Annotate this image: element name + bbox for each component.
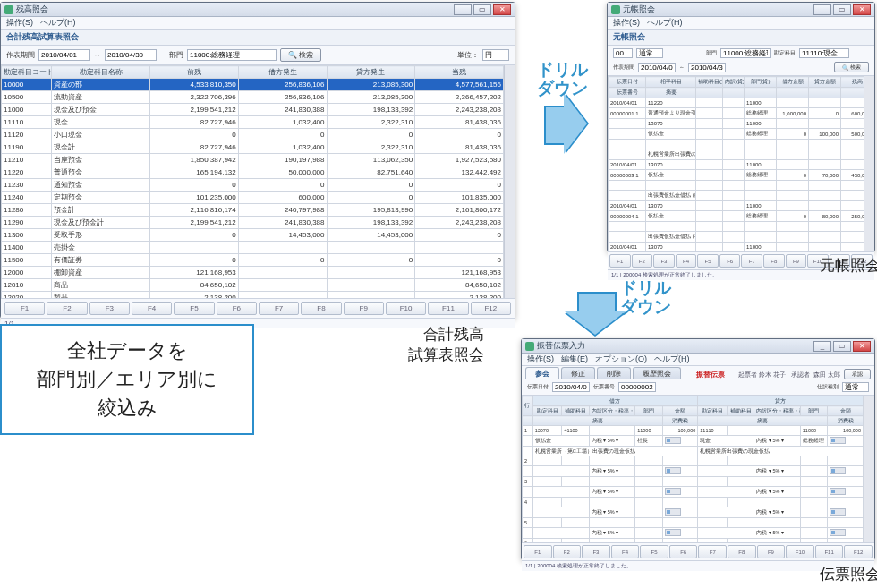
ledger-row[interactable]: 札幌営業所出張費の現金仮払 [609,149,864,160]
tab-edit[interactable]: 修正 [561,367,595,379]
fkey-F12[interactable]: F12 [471,302,511,315]
fkey-F6[interactable]: F6 [217,302,257,315]
table-row[interactable]: 11110現金82,727,9461,032,4002,322,31081,43… [2,116,504,129]
slip-row[interactable]: 5 [523,518,864,528]
column-header[interactable]: 借方発生 [238,66,327,79]
search-button[interactable]: 🔍検索 [834,62,869,72]
maximize-button[interactable]: ▭ [833,341,851,352]
menu-item[interactable]: ヘルプ(H) [40,17,76,29]
scrollbar[interactable] [864,396,874,542]
ledger-row[interactable]: 00000004 1仮払金総務経理080,000250,000 [609,211,864,222]
fkey-F5[interactable]: F5 [697,254,719,268]
fkey-F1[interactable]: F1 [524,545,552,558]
table-row[interactable]: 11500有価証券0000 [2,254,504,267]
slip-row[interactable]: 6 [523,539,864,543]
column-header[interactable]: 貸方発生 [327,66,415,79]
column-header[interactable]: 勘定科目名称 [52,66,150,79]
acct-select[interactable] [799,48,849,58]
date-from-input[interactable] [38,49,90,61]
fkey-F2[interactable]: F2 [632,254,653,268]
table-row[interactable]: 10000資産の部4,533,810,350256,836,106213,085… [2,79,504,91]
fkey-F1[interactable]: F1 [4,302,45,315]
table-row[interactable]: 11000現金及び預金2,199,541,212241,830,388198,1… [2,104,504,116]
table-row[interactable]: 10500流動資産2,322,706,396256,836,106213,085… [2,91,504,104]
fkey-F10[interactable]: F10 [386,302,426,315]
dept-select[interactable] [720,48,771,58]
menu-item[interactable]: ヘルプ(H) [654,354,690,365]
fkey-F9[interactable]: F9 [786,254,807,268]
table-row[interactable]: 11220普通預金165,194,13250,000,00082,751,640… [2,166,504,179]
fkey-F6[interactable]: F6 [719,254,741,268]
ledger-row[interactable]: 00000003 1仮払金総務経理070,000430,000 [609,170,864,181]
maximize-button[interactable]: ▭ [833,4,851,15]
slip-no-input[interactable] [618,382,656,392]
minimize-button[interactable]: _ [454,4,472,15]
tab-history[interactable]: 履歴照会 [633,367,681,379]
unit-select[interactable] [482,49,509,61]
fkey-F12[interactable]: F12 [844,545,873,558]
table-row[interactable]: 11400売掛金 [2,242,504,254]
fkey-F10[interactable]: F10 [786,545,814,558]
menu-item[interactable]: 操作(S) [527,354,554,365]
ledger-row[interactable]: 出張費仮払金借払 (福岡営業所) [609,232,864,243]
table-row[interactable]: 11290現金及び預金計2,199,541,212241,830,388198,… [2,217,504,229]
column-header[interactable]: 勘定科目コード [2,66,52,79]
ledger-row[interactable]: 2010/04/011122011000 [609,98,864,108]
num-input[interactable] [613,48,633,58]
search-button[interactable]: 🔍検索 [280,48,321,62]
table-row[interactable]: 11230通知預金0000 [2,179,504,192]
table-row[interactable]: 11280預金計2,116,816,174240,797,988195,813,… [2,204,504,217]
fkey-F3[interactable]: F3 [582,545,610,558]
menu-item[interactable]: ヘルプ(H) [647,17,683,29]
minimize-button[interactable]: _ [813,4,831,15]
fkey-F11[interactable]: F11 [815,545,844,558]
scrollbar[interactable] [864,76,874,251]
slip-row-sub[interactable]: 内税 ▾ 5% ▾内税 ▾ 5% ▾ [523,528,864,539]
table-row[interactable]: 12020製品2,138,2002,138,200 [2,292,504,299]
ledger-row[interactable]: 1307011000 [609,119,864,129]
slip-type-select[interactable] [842,382,869,392]
ledger-row[interactable]: 2010/04/011307011000 [609,243,864,252]
fkey-F9[interactable]: F9 [344,302,384,315]
slip-row[interactable]: 4 [523,498,864,507]
fkey-F8[interactable]: F8 [728,545,756,558]
fkey-F9[interactable]: F9 [757,545,786,558]
normal-select[interactable] [636,48,663,58]
table-row[interactable]: 11190現金計82,727,9461,032,4002,322,31081,4… [2,141,504,154]
ledger-row[interactable] [609,140,864,149]
ledger-row[interactable]: 2010/04/011307011000 [609,160,864,170]
fkey-F5[interactable]: F5 [174,302,214,315]
slip-row-sub[interactable]: 内税 ▾ 5% ▾内税 ▾ 5% ▾ [523,507,864,518]
table-row[interactable]: 12000棚卸資産121,168,953121,168,953 [2,267,504,279]
table-row[interactable]: 11120小口現金0000 [2,129,504,141]
fkey-F11[interactable]: F11 [428,302,468,315]
tab-view[interactable]: 参会 [525,367,559,379]
fkey-F2[interactable]: F2 [553,545,582,558]
approve-button[interactable]: 承認 [844,369,871,379]
date-to-input[interactable] [105,49,157,61]
table-row[interactable]: 11300受取手形014,453,00014,453,0000 [2,229,504,242]
table-row[interactable]: 11210当座預金1,850,387,942190,197,988113,062… [2,154,504,166]
fkey-F8[interactable]: F8 [301,302,341,315]
close-button[interactable]: ✕ [853,4,871,15]
fkey-F2[interactable]: F2 [47,302,87,315]
slip-row[interactable]: 2 [523,456,864,466]
ledger-row[interactable]: 出張費仮払金借払 (総務経理) [609,191,864,201]
close-button[interactable]: ✕ [493,4,511,15]
menu-item[interactable]: 操作(S) [6,17,33,29]
menu-item[interactable]: 編集(E) [561,354,588,365]
tab-delete[interactable]: 削除 [597,367,631,379]
maximize-button[interactable]: ▭ [473,4,491,15]
fkey-F7[interactable]: F7 [698,545,727,558]
minimize-button[interactable]: _ [813,341,831,352]
titlebar[interactable]: 残高照会 _ ▭ ✕ [1,3,515,17]
fkey-F6[interactable]: F6 [669,545,698,558]
fkey-F7[interactable]: F7 [259,302,299,315]
date-to-input[interactable] [688,63,726,72]
column-header[interactable]: 前残 [150,66,239,79]
fkey-F7[interactable]: F7 [741,254,762,268]
scrollbar[interactable] [504,65,515,298]
date-from-input[interactable] [638,63,676,72]
slip-date-input[interactable] [552,382,590,392]
slip-row[interactable]: 1130704110011000100,0001111011000100,000 [523,426,864,436]
